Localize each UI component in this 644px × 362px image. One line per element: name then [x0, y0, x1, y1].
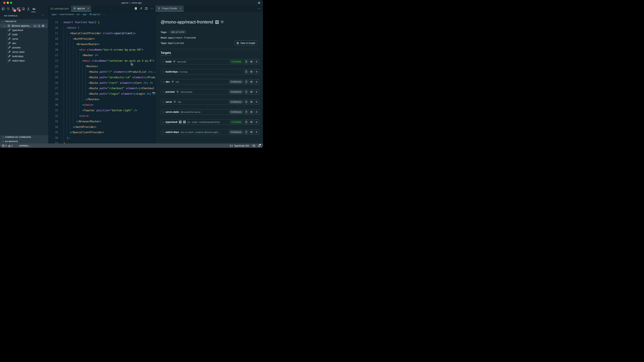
tree-item-task-build[interactable]: build: [0, 32, 48, 37]
line-number: 31: [48, 108, 58, 113]
view-target-icon[interactable]: [249, 120, 254, 124]
code-line-26: 26<Route path="/cart" element={<Cart />}…: [48, 80, 155, 86]
notifications-bell-icon[interactable]: [258, 144, 260, 147]
target-card-dev[interactable]: devviteContinuous: [161, 79, 260, 84]
run-target-icon[interactable]: [254, 79, 259, 84]
split-editor-icon[interactable]: [145, 7, 148, 10]
code-line-25: 25<Route path="/products/:id" element={<…: [48, 75, 155, 80]
extensions-icon[interactable]: 1: [16, 6, 20, 11]
settings-gear-icon[interactable]: ⚙: [258, 1, 260, 5]
target-card-watch-deps[interactable]: watch-depsnpx nx watch --projects @mono-…: [161, 129, 260, 135]
breadcrumb-item[interactable]: apps: [52, 13, 56, 15]
panel-more-actions-icon[interactable]: ⋯: [258, 5, 263, 11]
tab-package-json[interactable]: { } package.json: [48, 5, 71, 11]
sidebar-bottom-sections: COMMON NX COMMANDSNX MIGRATE: [0, 135, 48, 144]
target-card-serve[interactable]: serveviteContinuous: [161, 99, 260, 105]
target-icon[interactable]: [42, 24, 44, 27]
projects-section-header[interactable]: PROJECTS: [0, 19, 48, 24]
section-common-nx-commands[interactable]: COMMON NX COMMANDS: [0, 135, 48, 139]
run-target-icon[interactable]: [254, 69, 259, 74]
view-target-icon[interactable]: [249, 89, 254, 94]
copy-task-icon[interactable]: [244, 99, 248, 104]
target-card-serve-static[interactable]: serve-static@nx/web:file-serverContinuou…: [161, 109, 260, 115]
more-actions-icon[interactable]: ⋯: [150, 7, 153, 10]
breadcrumb-item[interactable]: app.tsx: [90, 13, 100, 15]
copy-task-icon[interactable]: [244, 79, 248, 84]
breadcrumb-item[interactable]: src: [77, 13, 80, 15]
close-tab-icon[interactable]: ×: [88, 7, 89, 10]
problems-status[interactable]: 0 0: [0, 144, 12, 147]
code-line-28: 28<Route path="/login" element={<Login /…: [48, 91, 155, 97]
breadcrumb-item[interactable]: react-frontend: [60, 13, 74, 15]
view-in-graph-button[interactable]: View In Graph: [234, 40, 258, 46]
refresh-icon[interactable]: ↻: [140, 7, 142, 10]
scrollbar-handle[interactable]: [152, 92, 155, 93]
close-panel-icon[interactable]: ×: [180, 7, 181, 10]
target-card-build[interactable]: buildvite buildCacheable: [161, 59, 260, 64]
target-card-typecheck[interactable]: typecheckTSTStsc --build --emitDeclarati…: [161, 119, 260, 125]
wrench-icon: [8, 37, 11, 40]
tree-item-task-typecheck[interactable]: typecheck: [0, 28, 48, 32]
project-cube-icon: [8, 24, 10, 27]
vim-mode-indicator[interactable]: -- NORMAL --: [17, 144, 31, 147]
tree-item-task-serve[interactable]: serve: [0, 37, 48, 41]
sidebar: 32 1 N> NX CONSOLE ⋯ PROJECTS: [0, 5, 48, 143]
copy-task-icon[interactable]: [244, 110, 248, 114]
line-number: 18: [48, 36, 58, 42]
tab-app-tsx[interactable]: app.tsx ×: [71, 5, 91, 11]
breadcrumb-item[interactable]: …: [103, 13, 105, 15]
tree-item-task-preview[interactable]: preview: [0, 45, 48, 50]
code-line-16: 16return (: [48, 25, 155, 31]
copy-task-icon[interactable]: [244, 120, 248, 124]
section-nx-migrate[interactable]: NX MIGRATE: [0, 139, 48, 144]
view-target-icon[interactable]: [249, 59, 254, 64]
typescript-badge: TS: [215, 20, 219, 24]
source-control-icon[interactable]: 32: [12, 6, 15, 11]
view-target-icon[interactable]: [249, 79, 254, 84]
code-line-30: 30</main>: [48, 102, 155, 108]
explorer-icon[interactable]: [1, 6, 5, 11]
run-target-icon[interactable]: [254, 120, 259, 124]
run-target-icon[interactable]: [254, 130, 259, 134]
language-mode[interactable]: TypeScript JSX: [234, 144, 249, 147]
sidebar-more-actions-icon[interactable]: ⋯: [42, 13, 44, 17]
tree-item-task-serve-static[interactable]: serve-static: [0, 50, 48, 54]
run-target-icon[interactable]: [254, 89, 259, 94]
window-title: app.tsx — mono-app: [0, 1, 263, 4]
copilot-icon[interactable]: [252, 144, 256, 147]
code-line-15: 15export function App() {: [48, 19, 155, 25]
project-title: @mono-app/react-frontend TS: [161, 19, 224, 25]
targets-underline: [161, 55, 172, 56]
target-card-build-deps[interactable]: build-depsnx:noop: [161, 69, 260, 74]
tab-project-details[interactable]: Project Details ×: [156, 5, 184, 11]
breadcrumb-item[interactable]: app: [83, 13, 86, 15]
panel-body: @mono-app/react-frontend TS Tags: npm:pr…: [156, 11, 263, 143]
code-editor[interactable]: 15export function App() {16return (17<Qu…: [48, 15, 155, 143]
open-project-details-icon[interactable]: [134, 7, 137, 10]
tree-item-task-build-deps[interactable]: build-deps: [0, 54, 48, 58]
view-target-icon[interactable]: [249, 130, 254, 134]
testing-icon[interactable]: [26, 6, 30, 11]
search-icon[interactable]: [6, 6, 10, 11]
nx-console-icon[interactable]: N>: [32, 6, 36, 11]
line-number: 15: [48, 19, 58, 25]
copy-task-icon[interactable]: [244, 69, 248, 74]
notification-dot: [260, 144, 261, 145]
line-number: 32: [48, 113, 58, 119]
copy-task-icon[interactable]: [244, 59, 248, 64]
tree-item-project[interactable]: @mono-app/rea...: [0, 24, 48, 28]
copy-task-icon[interactable]: [244, 130, 248, 134]
view-target-icon[interactable]: [249, 99, 254, 104]
run-target-icon[interactable]: [254, 59, 259, 64]
target-card-preview[interactable]: previewvite previewContinuous: [161, 89, 260, 94]
folder-icon[interactable]: [34, 24, 36, 27]
run-target-icon[interactable]: [254, 110, 259, 114]
view-target-icon[interactable]: [249, 110, 254, 114]
remote-explorer-icon[interactable]: [22, 6, 25, 11]
generate-file-icon[interactable]: [38, 24, 40, 27]
view-target-icon[interactable]: [249, 69, 254, 74]
tree-item-task-watch-deps[interactable]: watch-deps: [0, 58, 48, 63]
copy-task-icon[interactable]: [244, 89, 248, 94]
run-target-icon[interactable]: [254, 99, 259, 104]
tree-item-task-dev[interactable]: dev: [0, 41, 48, 45]
